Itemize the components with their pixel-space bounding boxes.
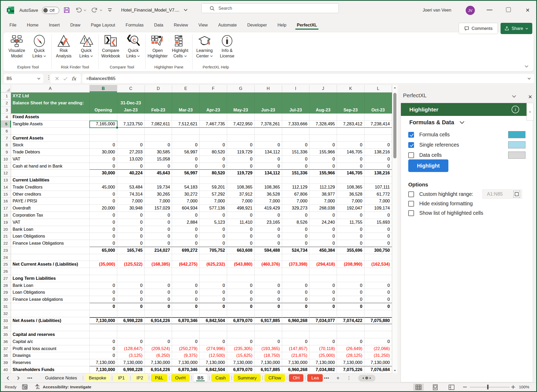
cell[interactable]: Trade Debtors [11,149,90,156]
cell[interactable]: 7,130,000 [145,359,172,366]
cell[interactable]: 80,520 [200,170,227,177]
cell[interactable]: 0 [309,296,337,303]
cell[interactable]: 108,365 [337,184,364,191]
row-header-15[interactable]: 15 [0,191,11,198]
row-header-4[interactable]: 4 [0,114,11,121]
cell[interactable]: 0 [90,289,117,296]
checkbox[interactable] [408,152,414,158]
cell[interactable] [255,100,282,107]
cell[interactable]: 0 [90,345,117,352]
row-header-34[interactable]: 34 [0,324,11,331]
cell[interactable]: 109,174 [364,205,392,212]
cell[interactable]: 119,729 [227,170,255,177]
cell[interactable]: 0 [227,289,255,296]
cell[interactable]: 6,879,070 [227,317,255,324]
cell[interactable]: Aug-23 [309,107,337,114]
cell[interactable]: 268,038 [309,205,337,212]
cell[interactable]: 7,130,000 [337,359,364,366]
cell[interactable] [145,128,172,135]
cell[interactable] [117,275,145,282]
cell[interactable]: 0 [255,163,282,170]
cell[interactable]: 0 [364,142,392,149]
tab-options-icon[interactable]: ⋮ [347,377,351,379]
cell[interactable] [309,128,337,135]
cell[interactable] [364,93,392,100]
cell[interactable]: 0 [145,240,172,247]
cell[interactable]: 0 [309,212,337,219]
cell[interactable]: 6,998,228 [117,317,145,324]
cell[interactable]: (162,534) [364,261,392,268]
cell[interactable]: Jun-23 [255,107,282,114]
cell[interactable]: 705,752 [200,247,227,254]
cell[interactable]: 0 [364,233,392,240]
range-picker-icon[interactable] [513,191,520,197]
page-break-view-button[interactable] [446,384,457,391]
cell[interactable] [337,93,364,100]
cell[interactable] [172,177,200,184]
cell[interactable]: Fixed Assets [11,114,90,121]
cell[interactable]: 54,183 [172,184,200,191]
row-header-23[interactable]: 23 [0,247,11,254]
cell[interactable]: 7,000 [309,198,337,205]
cell[interactable]: 0 [200,303,227,310]
cell[interactable]: 30,585 [145,149,172,156]
cell[interactable]: 67,806 [282,191,310,198]
cell[interactable]: 0 [200,233,227,240]
open-highlighter-button[interactable]: OpenHighlighter [146,34,169,65]
cell[interactable]: Finance Lease obligations [11,296,90,303]
cell[interactable]: VAT [11,219,90,226]
cell[interactable]: 0 [255,226,282,233]
cell[interactable] [337,254,364,261]
next-sheet-icon[interactable] [17,376,20,380]
cell[interactable]: 108,365 [227,184,255,191]
cell[interactable] [282,254,310,261]
cell[interactable]: (70,118) [309,345,337,352]
row-header-13[interactable]: 13 [0,177,11,184]
formula-input[interactable]: =Balances!B65 [82,74,534,83]
cell[interactable]: 0 [227,296,255,303]
cell[interactable]: (209,524) [145,345,172,352]
cell[interactable]: 37,912 [227,191,255,198]
cell[interactable]: 0 [117,219,145,226]
cell[interactable] [309,254,337,261]
cell[interactable]: 57,292 [200,191,227,198]
cell[interactable]: 6,842,504 [200,366,227,373]
checkbox[interactable] [408,142,414,148]
column-header-G[interactable]: G [227,85,255,92]
cell[interactable]: 59,201 [200,184,227,191]
cell[interactable] [309,275,337,282]
cell[interactable]: 0 [227,338,255,345]
cell[interactable] [337,268,364,275]
cell[interactable]: 6,917,885 [255,366,282,373]
learning-center-button[interactable]: LearningCenter [193,34,216,65]
cell[interactable]: 192,047 [337,205,364,212]
cell[interactable]: 40,224 [117,170,145,177]
cell[interactable]: (22,066) [364,345,392,352]
cell[interactable]: 119,729 [227,149,255,156]
cell[interactable]: 0 [117,226,145,233]
cell[interactable]: 0 [200,338,227,345]
cell[interactable] [227,177,255,184]
cell[interactable]: 0 [227,226,255,233]
row-header-2[interactable]: 2 [0,100,11,107]
collapse-ribbon-icon[interactable] [524,65,529,68]
zoom-level[interactable]: 100% [519,385,529,389]
cell[interactable] [90,275,117,282]
cell[interactable] [200,331,227,338]
cell[interactable]: 0 [255,142,282,149]
cell[interactable] [309,268,337,275]
cell[interactable] [227,275,255,282]
cell[interactable]: 6,870,346 [172,317,200,324]
row-header-31[interactable]: 31 [0,303,11,310]
cell[interactable]: 0 [200,240,227,247]
cell[interactable] [364,177,392,184]
cell[interactable]: (12,500) [200,352,227,359]
cell[interactable] [90,177,117,184]
cell[interactable] [309,177,337,184]
cell[interactable]: 0 [309,240,337,247]
cell[interactable] [282,114,310,121]
cell[interactable]: 112,129 [282,184,310,191]
cell[interactable]: (15,625) [227,352,255,359]
cell[interactable]: 23,165 [255,219,282,226]
ribbon-tab-review[interactable]: Review [169,20,193,30]
